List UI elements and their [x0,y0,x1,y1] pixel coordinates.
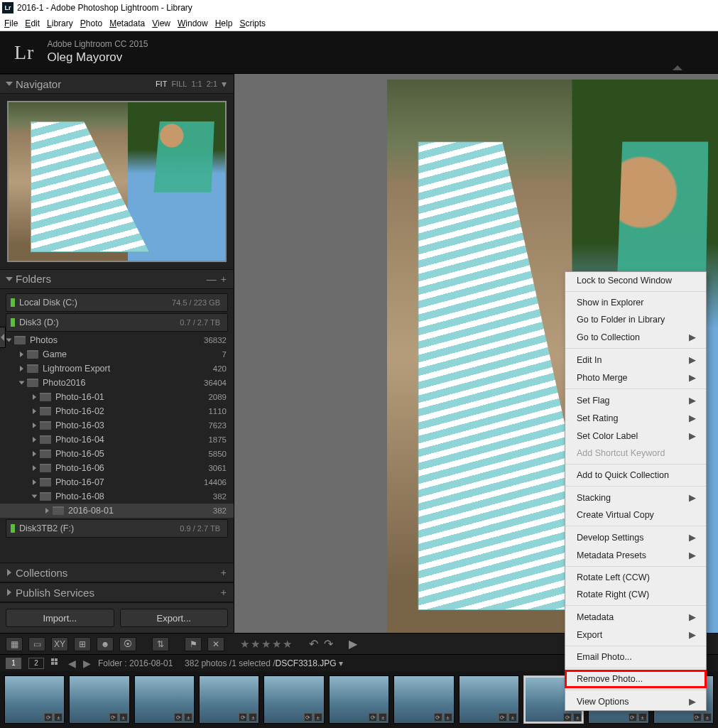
context-menu-item[interactable]: Set Color Label▶ [565,427,706,445]
filmstrip-thumbnail[interactable]: ⟳± [329,675,389,724]
context-menu-item[interactable]: Edit In▶ [565,351,706,369]
flag-pick-icon[interactable]: ⚑ [185,637,202,651]
menu-window[interactable]: Window [178,17,215,30]
disclosure-triangle-icon[interactable] [30,479,38,485]
context-menu-item[interactable]: Set Rating▶ [565,409,706,427]
zoom-2-1[interactable]: 2:1 [207,80,217,88]
menu-edit[interactable]: Edit [25,17,47,30]
filmstrip-thumbnail[interactable]: ⟳± [263,675,324,724]
nav-next-icon[interactable]: ▶ [83,658,91,669]
context-menu-item[interactable]: Rotate Right (CW) [565,586,706,603]
context-menu-item[interactable]: View Options▶ [565,692,706,710]
menu-view[interactable]: View [152,17,178,30]
navigator-header[interactable]: Navigator FITFILL1:12:1 ▾ [0,74,234,94]
filmstrip-thumbnail[interactable]: ⟳± [134,675,195,724]
disclosure-triangle-icon[interactable] [6,277,13,281]
primary-monitor-button[interactable]: 1 [6,658,21,669]
navigator-zoom-menu-icon[interactable]: ▾ [222,78,227,89]
menu-scripts[interactable]: Scripts [239,17,273,30]
rotate-ccw-icon[interactable]: ↶ [309,637,318,651]
menu-metadata[interactable]: Metadata [109,17,152,30]
disclosure-triangle-icon[interactable] [17,366,26,371]
menu-file[interactable]: File [4,17,25,30]
disclosure-triangle-icon[interactable] [43,508,51,514]
disclosure-triangle-icon[interactable] [30,451,38,457]
folder-row[interactable]: Photos36832 [0,333,234,347]
disclosure-triangle-icon[interactable] [30,437,38,442]
folders-tree[interactable]: Local Disk (C:)74.5 / 223 GBDisk3 (D:)0.… [0,289,234,563]
folder-row[interactable]: Photo-16-063061 [0,461,234,475]
disclosure-triangle-icon[interactable] [30,394,38,400]
collapse-top-panel-icon[interactable] [673,65,682,70]
folder-row[interactable]: Game7 [0,347,234,362]
folder-row[interactable]: Photo-16-0714406 [0,475,234,489]
export-button[interactable]: Export... [120,609,229,627]
plus-icon[interactable]: + [221,273,227,285]
context-menu-item[interactable]: Add to Quick Collection [565,467,706,484]
painter-spray-icon[interactable]: ⦿ [119,637,136,651]
grid-icon[interactable] [51,658,61,668]
folder-row[interactable]: Photo201636404 [0,376,234,390]
context-menu-item[interactable]: Email Photo... [565,648,706,665]
volume-row[interactable]: Disk3 (D:)0.7 / 2.7 TB [6,313,228,332]
context-menu-item[interactable]: Remove Photo... [565,670,706,688]
folder-row[interactable]: Lightroom Export420 [0,362,234,376]
menu-library[interactable]: Library [47,17,80,30]
disclosure-triangle-icon[interactable] [30,408,38,414]
context-menu-item[interactable]: Lock to Second Window [565,272,706,289]
disclosure-triangle-icon[interactable] [30,494,38,499]
rotate-cw-icon[interactable]: ↷ [324,637,333,651]
collections-header[interactable]: Collections + [0,563,234,582]
publish-header[interactable]: Publish Services + [0,582,234,602]
volume-row[interactable]: Local Disk (C:)74.5 / 223 GB [6,293,228,312]
filmstrip-thumbnail[interactable]: ⟳± [199,675,259,724]
slideshow-icon[interactable]: ▶ [349,637,357,651]
minus-icon[interactable]: — [207,273,217,285]
filmstrip-thumbnail[interactable]: ⟳± [69,675,129,724]
folder-row[interactable]: 2016-08-01382 [0,504,234,518]
context-menu-item[interactable]: Show in Explorer [565,294,706,311]
plus-icon[interactable]: + [221,587,227,598]
menu-photo[interactable]: Photo [80,17,109,30]
context-menu-item[interactable]: Stacking▶ [565,489,706,506]
context-menu-item[interactable]: Metadata▶ [565,608,706,626]
context-menu-item[interactable]: Set Flag▶ [565,391,706,409]
loupe-view-icon[interactable]: ▭ [28,637,45,651]
context-menu-item[interactable]: Develop Settings▶ [565,528,706,546]
grid-view-icon[interactable]: ▦ [6,637,23,651]
folder-row[interactable]: Photo-16-037623 [0,418,234,433]
volume-row[interactable]: Disk3TB2 (F:)0.9 / 2.7 TB [6,519,228,538]
context-menu-item[interactable]: Rotate Left (CCW) [565,569,706,586]
disclosure-triangle-icon[interactable] [30,423,38,428]
context-menu-item[interactable]: Photo Merge▶ [565,369,706,386]
import-button[interactable]: Import... [6,609,114,627]
survey-view-icon[interactable]: ⊞ [74,637,91,651]
folder-row[interactable]: Photo-16-08382 [0,489,234,504]
context-menu-item[interactable]: Go to Collection▶ [565,328,706,346]
folder-row[interactable]: Photo-16-021110 [0,404,234,418]
zoom-fill[interactable]: FILL [171,80,187,88]
people-view-icon[interactable]: ☻ [97,637,114,651]
folder-row[interactable]: Photo-16-055850 [0,447,234,461]
disclosure-triangle-icon[interactable] [7,569,11,576]
disclosure-triangle-icon[interactable] [6,82,13,86]
navigator-thumbnail[interactable] [7,101,227,262]
filmstrip-thumbnail[interactable]: ⟳± [459,675,519,724]
navigator-zoom-controls[interactable]: FITFILL1:12:1 [151,80,217,88]
filmstrip-thumbnail[interactable]: ⟳± [4,675,65,724]
disclosure-triangle-icon[interactable] [17,380,26,386]
disclosure-triangle-icon[interactable] [30,465,38,471]
disclosure-triangle-icon[interactable] [17,352,26,357]
left-panel-collapse-handle[interactable] [0,327,6,348]
folders-header[interactable]: Folders — + [0,269,234,289]
filmstrip-path[interactable]: Folder : 2016-08-01 382 photos /1 select… [98,658,343,668]
sort-direction-icon[interactable]: ⇅ [152,637,169,651]
context-menu-item[interactable]: Export▶ [565,626,706,643]
context-menu-item[interactable]: Create Virtual Copy [565,506,706,523]
menu-bar[interactable]: FileEditLibraryPhotoMetadataViewWindowHe… [0,16,718,31]
zoom-fit[interactable]: FIT [156,80,168,88]
disclosure-triangle-icon[interactable] [7,589,11,596]
zoom-1-1[interactable]: 1:1 [191,80,202,88]
secondary-monitor-button[interactable]: 2 [28,658,44,669]
compare-view-icon[interactable]: XY [51,637,68,651]
